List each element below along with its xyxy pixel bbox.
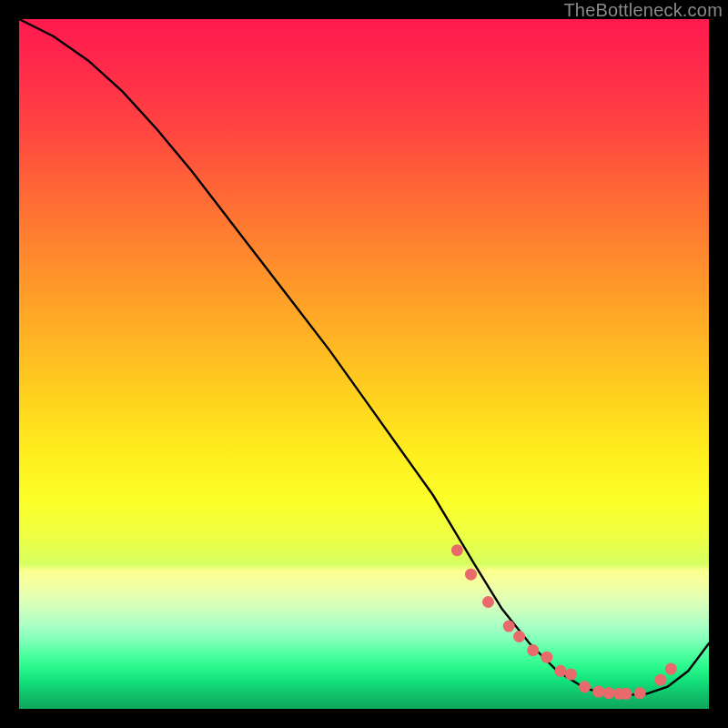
marker-dot <box>555 665 567 677</box>
chart-svg <box>19 19 709 709</box>
marker-dot <box>482 596 494 608</box>
bottleneck-curve <box>19 19 709 695</box>
marker-dot <box>665 663 677 675</box>
marker-dot <box>503 621 515 632</box>
marker-dot <box>621 688 632 700</box>
marker-dot <box>634 687 646 699</box>
watermark-text: TheBottleneck.com <box>563 0 723 21</box>
marker-dot <box>592 686 604 698</box>
chart-stage: TheBottleneck.com <box>0 0 728 728</box>
marker-dot <box>451 544 463 556</box>
marker-dot <box>603 687 615 699</box>
marker-dot <box>541 652 552 663</box>
marker-dot <box>465 569 477 581</box>
marker-dot <box>527 644 539 656</box>
marker-dot <box>579 681 591 693</box>
marker-dot <box>565 669 577 681</box>
marker-dot <box>513 631 525 642</box>
plot-area <box>19 19 709 709</box>
marker-dot <box>654 674 666 686</box>
